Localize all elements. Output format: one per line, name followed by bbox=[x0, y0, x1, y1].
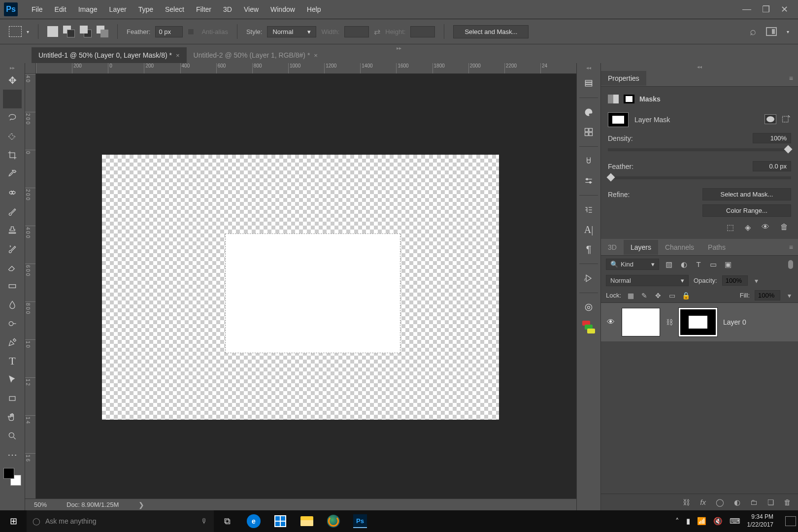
style-select[interactable]: Normal▾ bbox=[267, 26, 316, 37]
menu-edit[interactable]: Edit bbox=[49, 2, 72, 16]
link-layers-icon[interactable]: ⛓ bbox=[683, 498, 690, 506]
feather-input[interactable] bbox=[155, 26, 183, 37]
color-range-button[interactable]: Color Range... bbox=[702, 204, 791, 217]
props-feather-input[interactable] bbox=[753, 161, 791, 171]
character-icon[interactable]: A| bbox=[581, 222, 596, 237]
volume-icon[interactable]: 🔇 bbox=[713, 517, 723, 526]
status-menu-icon[interactable]: ❯ bbox=[138, 501, 144, 509]
tab-3d[interactable]: 3D bbox=[601, 240, 624, 255]
filter-adjust-icon[interactable]: ◐ bbox=[679, 260, 689, 269]
lasso-tool[interactable] bbox=[3, 108, 22, 127]
menu-select[interactable]: Select bbox=[159, 2, 190, 16]
blend-mode-select[interactable]: Normal▾ bbox=[606, 275, 689, 286]
mask-link-icon[interactable]: ⛓ bbox=[666, 318, 673, 326]
menu-layer[interactable]: Layer bbox=[103, 2, 133, 16]
search-icon[interactable]: ⌕ bbox=[750, 25, 756, 38]
eraser-tool[interactable] bbox=[3, 258, 22, 277]
menu-image[interactable]: Image bbox=[72, 2, 103, 16]
file-explorer-app[interactable] bbox=[295, 513, 319, 530]
fill-input[interactable] bbox=[755, 290, 780, 300]
workspace-dropdown[interactable]: ▾ bbox=[787, 29, 789, 34]
feather-slider[interactable] bbox=[608, 176, 791, 179]
tray-chevron-icon[interactable]: ˄ bbox=[675, 517, 679, 526]
new-layer-icon[interactable]: ❏ bbox=[767, 498, 774, 507]
filter-kind-select[interactable]: 🔍Kind▾ bbox=[606, 259, 659, 270]
opacity-dropdown[interactable]: ▾ bbox=[753, 277, 761, 285]
filter-type-icon[interactable]: T bbox=[694, 260, 703, 268]
select-and-mask-button[interactable]: Select and Mask... bbox=[453, 25, 529, 38]
current-tool-icon[interactable] bbox=[9, 26, 22, 37]
keyboard-icon[interactable]: ⌨ bbox=[730, 517, 740, 526]
new-adjustment-icon[interactable]: ◐ bbox=[734, 498, 740, 507]
refine-select-mask-button[interactable]: Select and Mask... bbox=[702, 188, 791, 200]
tab-layers[interactable]: Layers bbox=[624, 240, 658, 255]
swatches-icon[interactable] bbox=[581, 125, 596, 139]
add-selection-icon[interactable] bbox=[63, 26, 75, 37]
add-mask-icon[interactable]: ◯ bbox=[716, 498, 724, 507]
paragraph-styles-icon[interactable] bbox=[581, 202, 596, 217]
mic-icon[interactable]: 🎙 bbox=[201, 517, 208, 525]
add-pixel-mask-icon[interactable] bbox=[765, 114, 776, 124]
minimize-button[interactable]: — bbox=[742, 4, 751, 15]
layer-style-icon[interactable]: fx bbox=[700, 498, 706, 506]
visibility-toggle-icon[interactable]: 👁 bbox=[606, 318, 616, 327]
battery-icon[interactable]: ▮ bbox=[686, 517, 690, 526]
menu-file[interactable]: File bbox=[26, 2, 49, 16]
document-tab-1[interactable]: Untitled-1 @ 50% (Layer 0, Layer Mask/8)… bbox=[32, 47, 187, 63]
brushes-icon[interactable] bbox=[581, 154, 596, 168]
brush-tool[interactable] bbox=[3, 202, 22, 221]
new-selection-icon[interactable] bbox=[47, 26, 58, 37]
close-tab-icon[interactable]: × bbox=[314, 52, 318, 59]
rpanel-grip[interactable]: ◂◂ bbox=[601, 63, 798, 70]
delete-layer-icon[interactable]: 🗑 bbox=[784, 498, 791, 506]
adjustments-icon[interactable] bbox=[581, 173, 596, 188]
apply-mask-icon[interactable]: ◈ bbox=[745, 223, 751, 232]
document-canvas[interactable] bbox=[102, 155, 499, 420]
lock-image-icon[interactable]: ✎ bbox=[640, 292, 649, 299]
layer-name-label[interactable]: Layer 0 bbox=[723, 318, 746, 326]
disable-mask-icon[interactable]: 👁 bbox=[762, 223, 769, 232]
action-center-icon[interactable] bbox=[785, 516, 796, 526]
foreground-background-colors[interactable] bbox=[3, 468, 21, 486]
zoom-tool[interactable] bbox=[3, 427, 22, 445]
lock-transparency-icon[interactable]: ▦ bbox=[626, 292, 635, 299]
filter-shape-icon[interactable]: ▭ bbox=[708, 260, 718, 269]
close-button[interactable]: ✕ bbox=[781, 4, 788, 15]
menu-3d[interactable]: 3D bbox=[217, 2, 238, 16]
document-tab-2[interactable]: Untitled-2 @ 50% (Layer 1, RGB/8#) * × bbox=[187, 47, 325, 63]
tab-paths[interactable]: Paths bbox=[701, 240, 732, 255]
more-tools[interactable]: ⋯ bbox=[3, 445, 22, 464]
layer-mask-thumbnail[interactable] bbox=[679, 308, 717, 336]
quick-select-tool[interactable] bbox=[3, 127, 22, 146]
menu-view[interactable]: View bbox=[238, 2, 265, 16]
healing-tool[interactable] bbox=[3, 183, 22, 202]
lock-all-icon[interactable]: 🔒 bbox=[681, 292, 690, 299]
layers-panel-menu-icon[interactable]: ≡ bbox=[789, 243, 798, 251]
strip-grip[interactable]: ◂◂ bbox=[577, 64, 600, 71]
store-app[interactable] bbox=[268, 513, 293, 530]
path-select-tool[interactable] bbox=[3, 370, 22, 389]
move-tool[interactable]: ✥ bbox=[3, 71, 22, 90]
mask-thumbnail[interactable] bbox=[608, 112, 629, 127]
firefox-app[interactable] bbox=[321, 513, 346, 530]
stamp-tool[interactable] bbox=[3, 221, 22, 239]
actions-icon[interactable] bbox=[581, 271, 596, 286]
load-selection-icon[interactable]: ⬚ bbox=[727, 223, 734, 232]
filter-toggle[interactable] bbox=[788, 260, 793, 269]
edge-app[interactable]: e bbox=[241, 513, 266, 530]
opacity-input[interactable] bbox=[722, 275, 748, 286]
menu-type[interactable]: Type bbox=[133, 2, 159, 16]
hand-tool[interactable] bbox=[3, 408, 22, 427]
blur-tool[interactable] bbox=[3, 296, 22, 314]
layer-row[interactable]: 👁 ⛓ Layer 0 bbox=[601, 303, 798, 341]
color-icon[interactable] bbox=[581, 105, 596, 120]
density-slider[interactable] bbox=[608, 148, 791, 151]
toolbox-grip[interactable]: ▸▸ bbox=[0, 64, 25, 71]
eyedropper-tool[interactable] bbox=[3, 165, 22, 183]
vertical-ruler[interactable]: 4 02 0 002 0 04 0 06 0 08 0 01 01 21 41 … bbox=[25, 74, 36, 510]
panel-menu-icon[interactable]: ≡ bbox=[789, 74, 798, 82]
menu-help[interactable]: Help bbox=[301, 2, 327, 16]
zoom-level[interactable]: 50% bbox=[34, 501, 47, 508]
lock-artboard-icon[interactable]: ▭ bbox=[667, 292, 676, 299]
density-input[interactable] bbox=[753, 133, 791, 143]
